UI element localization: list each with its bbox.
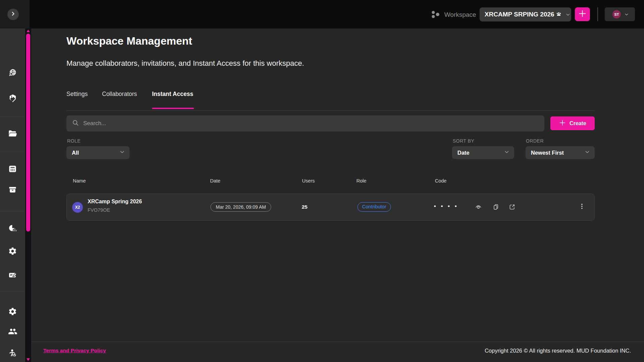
column-header-role: Role: [356, 178, 366, 184]
order-value: Newest First: [531, 150, 564, 156]
folder-open-icon: [8, 129, 17, 140]
row-masked-code: • • • •: [434, 203, 458, 210]
profile-menu[interactable]: ST: [605, 7, 635, 21]
order-select[interactable]: Newest First: [526, 146, 595, 159]
card-edit-icon: [8, 270, 17, 281]
users-icon: [8, 327, 17, 338]
sidebar-item-members[interactable]: [6, 347, 20, 361]
sidebar-item-apps[interactable]: [6, 162, 20, 176]
role-filter-value: All: [72, 150, 79, 156]
add-workspace-button[interactable]: [575, 7, 590, 21]
workspace-selector-value: XRCAMP SRPING 2026: [485, 11, 554, 18]
workspace-selector[interactable]: XRCAMP SRPING 2026: [480, 7, 571, 21]
apps-grid-icon: [8, 164, 17, 175]
analytics-pie-icon: [8, 224, 17, 235]
sidebar-item-collaborators[interactable]: [6, 325, 20, 339]
row-avatar: X2: [72, 202, 83, 213]
chevron-down-icon: [584, 149, 590, 156]
vertical-scrollbar[interactable]: [25, 29, 31, 362]
asset-cube-icon: [8, 94, 17, 104]
search-icon: [72, 119, 79, 128]
eye-icon: [475, 203, 482, 212]
row-date-badge: Mar 20, 2026, 09:09 AM: [210, 202, 271, 212]
sidebar-item-settings[interactable]: [6, 305, 20, 319]
top-bar: Workspace XRCAMP SRPING 2026 ST: [0, 0, 644, 29]
plus-icon: [559, 119, 566, 128]
row-users-count: 25: [302, 204, 307, 210]
kebab-menu-icon: [578, 203, 586, 211]
sidebar-item-licenses[interactable]: [6, 269, 20, 283]
column-header-name: Name: [73, 178, 86, 184]
create-button-label: Create: [569, 120, 586, 126]
scroll-up-arrow[interactable]: [27, 30, 30, 32]
gear-icon: [8, 247, 17, 257]
column-header-date: Date: [210, 178, 220, 184]
sidebar-divider: [0, 152, 25, 152]
tabs-divider: [66, 110, 595, 111]
members-icon: [555, 11, 562, 18]
row-menu-button[interactable]: [578, 203, 586, 211]
reveal-code-button[interactable]: [474, 203, 483, 212]
sort-by-select[interactable]: Date: [452, 146, 514, 159]
footer-divider: [31, 342, 644, 342]
role-filter-select[interactable]: All: [66, 146, 130, 159]
scrollbar-thumb[interactable]: [26, 34, 30, 231]
row-access-code: FVO79OE: [88, 207, 110, 213]
chevron-down-icon: [624, 12, 629, 17]
sidebar-item-archive[interactable]: [6, 183, 20, 197]
copy-icon: [492, 203, 500, 212]
page-title: Workspace Management: [66, 35, 192, 47]
gear-icon: [8, 307, 17, 317]
chevron-down-icon: [119, 149, 125, 156]
sidebar-item-workspace-settings[interactable]: [6, 245, 20, 259]
chevron-down-icon: [565, 12, 571, 17]
tab-collaborators[interactable]: Collaborators: [102, 91, 137, 98]
page-subtitle: Manage collaborators, invitations, and I…: [66, 59, 304, 68]
tab-settings[interactable]: Settings: [66, 91, 88, 98]
copy-code-button[interactable]: [492, 203, 500, 212]
row-role-badge: Contributor: [357, 202, 391, 212]
terms-privacy-link[interactable]: Terms and Privacy Policy: [43, 348, 106, 354]
chevron-right-icon: [10, 10, 16, 18]
copyright-text: Copyright 2026 © All rights reserved. MU…: [485, 348, 631, 354]
column-header-code: Code: [435, 178, 447, 184]
workspace-label: Workspace: [444, 11, 476, 18]
topbar-divider: [597, 7, 598, 21]
sidebar-item-analytics[interactable]: [6, 222, 20, 236]
sidebar-divider: [0, 291, 25, 292]
search-box[interactable]: [66, 115, 544, 132]
archive-box-icon: [8, 185, 17, 196]
scroll-down-arrow[interactable]: [27, 358, 30, 361]
create-button[interactable]: Create: [550, 116, 595, 130]
open-link-button[interactable]: [508, 203, 516, 212]
external-link-icon: [508, 203, 516, 212]
table-row[interactable]: X2 XRCamp Spring 2026 FVO79OE Mar 20, 20…: [66, 194, 595, 221]
sidebar-divider: [0, 211, 25, 212]
row-name: XRCamp Spring 2026: [88, 199, 142, 205]
sidebar-divider: [0, 116, 25, 117]
profile-avatar: ST: [612, 10, 621, 18]
column-header-users: Users: [302, 178, 315, 184]
active-tab-underline: [152, 108, 194, 109]
plus-icon: [578, 9, 587, 19]
order-label: ORDER: [526, 138, 544, 144]
workspace-dots-icon: [430, 9, 441, 21]
sidebar-item-explore[interactable]: [6, 67, 20, 81]
search-input[interactable]: [83, 120, 519, 127]
sidebar-item-projects[interactable]: [6, 127, 20, 141]
sidebar-expand-button[interactable]: [7, 9, 19, 20]
chevron-down-icon: [504, 149, 510, 156]
sort-by-label: SORT BY: [453, 138, 474, 144]
role-filter-label: ROLE: [67, 138, 81, 144]
sort-by-value: Date: [457, 150, 469, 156]
globe-search-icon: [8, 68, 17, 80]
sidebar: [0, 29, 25, 362]
tab-instant-access[interactable]: Instant Access: [152, 91, 193, 98]
sidebar-item-assets[interactable]: [6, 92, 20, 106]
member-check-icon: [8, 349, 17, 359]
